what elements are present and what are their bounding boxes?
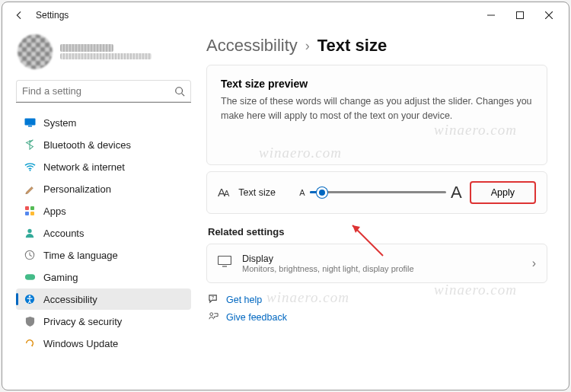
feedback-icon [208,311,220,324]
svg-rect-9 [25,212,29,215]
text-size-slider[interactable] [310,185,446,200]
window-title: Settings [36,10,69,21]
preview-body: The size of these words will change as y… [221,94,533,123]
svg-point-15 [29,295,31,298]
svg-rect-13 [24,274,34,280]
chevron-right-icon: › [305,38,310,54]
slider-max-icon: A [451,183,462,202]
avatar [18,34,53,69]
sidebar-item-label: Windows Update [43,338,118,349]
sidebar-item-label: System [43,117,76,129]
related-settings-title: Related settings [208,226,547,237]
slider-min-icon: A [299,188,305,197]
gaming-icon [24,271,36,283]
svg-point-19 [210,312,213,315]
accounts-icon [24,227,36,239]
shield-icon [24,315,36,327]
system-icon [24,116,36,129]
update-icon [24,337,36,349]
sidebar-item-time[interactable]: Time & language [16,244,191,266]
bluetooth-icon [24,139,36,151]
search-icon [174,86,185,97]
svg-rect-8 [30,206,34,210]
slider-thumb[interactable] [317,187,327,198]
text-size-slider-card: AA Text size A A Apply [206,171,547,214]
display-title: Display [242,253,414,264]
give-feedback-link[interactable]: Give feedback [208,311,547,324]
svg-text:?: ? [212,295,214,299]
breadcrumb-parent[interactable]: Accessibility [206,36,298,56]
feedback-label: Give feedback [226,312,287,323]
svg-rect-1 [517,12,524,19]
minimize-button[interactable] [477,5,505,26]
svg-rect-5 [28,126,32,127]
close-button[interactable] [535,5,563,26]
svg-point-6 [29,170,30,171]
search-box[interactable] [16,80,191,103]
svg-rect-4 [24,119,35,126]
sidebar-item-label: Accounts [43,228,84,239]
sidebar-item-label: Apps [43,206,66,217]
apply-button[interactable]: Apply [470,181,536,204]
accessibility-icon [24,293,36,305]
display-settings-card[interactable]: Display Monitors, brightness, night ligh… [206,244,547,283]
preview-title: Text size preview [221,78,533,90]
clock-icon [24,249,36,261]
sidebar-item-privacy[interactable]: Privacy & security [16,311,191,332]
sidebar-item-accounts[interactable]: Accounts [16,222,191,244]
sidebar-item-label: Accessibility [43,294,97,305]
svg-point-11 [27,229,31,233]
breadcrumb: Accessibility › Text size [206,36,547,56]
sidebar-item-gaming[interactable]: Gaming [16,266,191,288]
wifi-icon [24,161,36,173]
profile-email [60,53,152,59]
back-button[interactable] [8,5,30,26]
profile-block[interactable] [16,31,191,77]
sidebar-item-system[interactable]: System [16,112,191,133]
help-label: Get help [226,295,262,305]
sidebar-item-network[interactable]: Network & internet [16,156,191,177]
display-subtitle: Monitors, brightness, night light, displ… [242,264,414,273]
sidebar-item-label: Gaming [43,272,78,283]
sidebar-item-update[interactable]: Windows Update [16,333,191,354]
svg-line-3 [182,93,185,96]
get-help-link[interactable]: ? Get help [208,294,547,307]
chevron-right-icon: › [532,257,536,270]
sidebar-item-label: Personalization [43,183,111,195]
profile-name [60,44,113,52]
text-size-icon: AA [218,186,228,199]
slider-label: Text size [238,187,292,198]
svg-rect-16 [219,257,231,265]
sidebar-item-bluetooth[interactable]: Bluetooth & devices [16,134,191,155]
sidebar-item-apps[interactable]: Apps [16,200,191,221]
svg-point-2 [176,87,183,94]
svg-rect-10 [30,212,34,215]
svg-rect-7 [25,206,29,210]
maximize-button[interactable] [506,5,534,26]
search-input[interactable] [22,85,174,97]
apps-icon [24,205,36,217]
sidebar-item-label: Bluetooth & devices [43,139,131,151]
sidebar-item-label: Network & internet [43,161,125,173]
text-size-preview-card: Text size preview The size of these word… [206,65,547,165]
help-icon: ? [208,294,220,307]
display-icon [218,256,231,270]
sidebar-item-accessibility[interactable]: Accessibility [16,288,191,310]
page-title: Text size [317,36,387,56]
paint-icon [24,183,36,195]
sidebar-item-label: Time & language [43,250,118,261]
sidebar-item-personalization[interactable]: Personalization [16,178,191,199]
sidebar-item-label: Privacy & security [43,316,122,327]
